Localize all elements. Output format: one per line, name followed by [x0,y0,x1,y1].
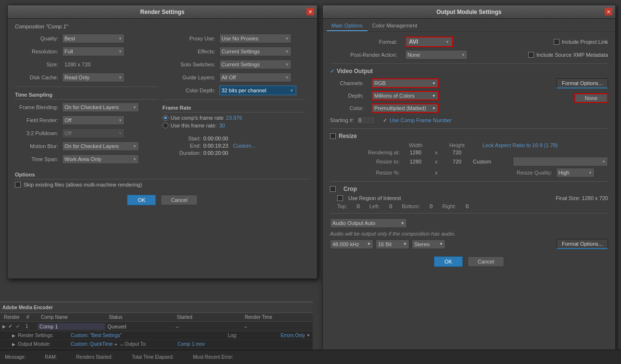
renders-started-label: Renders Started: [76,354,113,360]
oms-title: Output Module Settings [436,9,501,15]
render-settings-close-button[interactable]: ✕ [306,8,314,15]
audio-format-options-button[interactable]: Format Options... [557,239,608,249]
this-frame-rate-value[interactable]: 30 [219,123,225,128]
frame-blending-row: Frame Blending: On for Checked Layers ▼ [15,102,158,113]
height-header: Height [443,142,471,148]
motion-blur-select[interactable]: On for Checked Layers ▼ [62,141,139,151]
resize-checkbox[interactable] [330,133,336,139]
channels-row: Channels: RGB ▼ [330,78,552,88]
resolution-select[interactable]: Full ▼ [62,47,125,56]
rq-row-status: Queued [105,324,173,329]
guide-layers-select[interactable]: All Off ▼ [219,73,291,82]
resize-custom-select[interactable]: ▼ [513,157,608,166]
rq-log-value[interactable]: Errors Only [281,333,305,338]
resolution-arrow: ▼ [118,50,122,54]
color-depth-label: Color Depth: [163,88,215,93]
depth-arrow: ▼ [432,94,436,98]
start-label: Start: [163,136,201,141]
resize-quality-select[interactable]: High ▼ [556,168,595,177]
use-roi-checkbox[interactable] [337,195,343,201]
include-source-xmp-checkbox[interactable] [528,52,534,58]
format-options-button[interactable]: Format Options... [557,78,608,88]
resize-quality-label: Resize Quality: [504,170,552,176]
color-row: Color: Premultiplied (Matted) ▼ [330,103,552,113]
oms-ok-button[interactable]: OK [434,256,463,267]
total-time-elapsed-label: Total Time Elapsed: [132,354,174,360]
crop-checkbox[interactable] [330,186,336,192]
rs-ok-button[interactable]: OK [127,195,156,205]
use-comps-frame-rate-row: Use comp's frame rate 23.976 [163,115,305,121]
resize-percent-row: Resize %: x Resize Quality: High ▼ [330,168,608,177]
use-comps-radio[interactable] [163,115,168,121]
options-header: Options [15,172,310,179]
rq-expand-icon[interactable]: ▶ [2,324,8,329]
custom-link[interactable]: Custom... [233,143,256,149]
channels-select[interactable]: RGB ▼ [371,78,439,88]
bit-depth-select[interactable]: 16 Bit ▼ [376,239,409,249]
rs-cancel-button[interactable]: Cancel [161,195,197,205]
rq-output-module-row: ▶ Output Module: Custom: QuickTime + – O… [0,340,313,349]
format-select[interactable]: AVI ▼ [405,37,453,47]
minus-icon[interactable]: – [120,341,123,347]
rq-rs-value[interactable]: Custom: "Best Settings" [71,333,122,338]
tab-main-options[interactable]: Main Options [327,21,368,31]
pulldown-select[interactable]: Off ▼ [62,128,125,138]
frame-blending-arrow: ▼ [133,105,137,110]
rq-om-expand[interactable]: ▶ [12,342,18,347]
oms-tab-bar: Main Options Color Management [323,19,615,32]
status-bar: Message: RAM: Renders Started: Total Tim… [0,350,621,364]
disk-cache-select[interactable]: Read Only ▼ [62,73,125,82]
rendering-at-x: x [431,150,441,155]
crop-title: Crop [343,186,357,192]
starting-hash-input[interactable] [356,116,376,125]
field-render-row: Field Render: Off ▼ [15,115,158,126]
depth-select[interactable]: Millions of Colors ▼ [371,91,439,100]
top-label: Top: [337,203,347,209]
effects-label: Effects: [163,49,215,54]
audio-params-row: 48.000 kHz ▼ 16 Bit ▼ Stereo ▼ Format Op… [330,239,608,249]
rq-om-value[interactable]: Custom: QuickTime [71,341,113,347]
audio-output-select[interactable]: Audio Output Auto ▼ [330,218,407,228]
time-span-arrow: ▼ [133,157,137,162]
rs-ok-cancel-row: OK Cancel [15,195,310,205]
rq-om-label: Output Module: [18,341,71,347]
frame-blending-select[interactable]: On for Checked Layers ▼ [62,102,139,112]
resize-quality-arrow: ▼ [588,171,592,175]
skip-existing-label: Skip existing files (allows multi-machin… [24,182,142,188]
format-row: Format: AVI ▼ Include Project Link [330,37,608,47]
tab-color-management[interactable]: Color Management [368,21,422,31]
oms-close-button[interactable]: ✕ [605,8,612,15]
proxy-use-arrow: ▼ [285,37,289,41]
resize-to-width: 1280 [401,159,430,164]
solo-switches-select[interactable]: Current Settings ▼ [219,60,291,69]
post-render-select[interactable]: None ▼ [405,50,468,60]
depth-label: Depth: [330,93,364,99]
use-this-radio[interactable] [163,123,168,128]
plus-icon[interactable]: + [114,341,117,347]
audio-channels-select[interactable]: Stereo ▼ [412,239,445,249]
skip-existing-checkbox[interactable] [15,182,21,188]
start-value: 0:00:00:00 [203,136,228,141]
size-label: Size: [15,62,58,67]
effects-select[interactable]: Current Settings ▼ [219,47,291,56]
quality-label: Quality: [15,36,58,41]
proxy-use-select[interactable]: Use No Proxies ▼ [219,34,291,43]
include-project-link-checkbox[interactable] [554,39,559,45]
sample-rate-select[interactable]: 48.000 kHz ▼ [330,239,373,249]
quality-select[interactable]: Best ▼ [62,34,125,43]
bottom-label: Bottom: [402,203,420,209]
use-this-frame-rate-row: Use this frame rate: 30 [163,123,305,128]
rq-output-to-value[interactable]: Comp 1.mov [177,341,205,347]
end-row: End: 0:00:19:23 Custom... [163,143,305,149]
solo-switches-label: Solo Switches: [163,62,215,67]
oms-cancel-button[interactable]: Cancel [468,256,504,267]
none-badge[interactable]: None [574,93,608,103]
field-render-select[interactable]: Off ▼ [62,115,125,125]
rq-rs-expand[interactable]: ▶ [12,333,18,338]
color-select[interactable]: Premultiplied (Matted) ▼ [371,103,439,113]
left-label: Left: [369,203,380,209]
time-span-select[interactable]: Work Area Only ▼ [62,154,139,164]
color-depth-select[interactable]: 32 bits per channel ▼ [219,86,296,95]
use-comp-frame-label: Use Comp Frame Number [390,117,452,123]
crop-controls: Use Region of Interest Final Size: 1280 … [330,195,608,201]
